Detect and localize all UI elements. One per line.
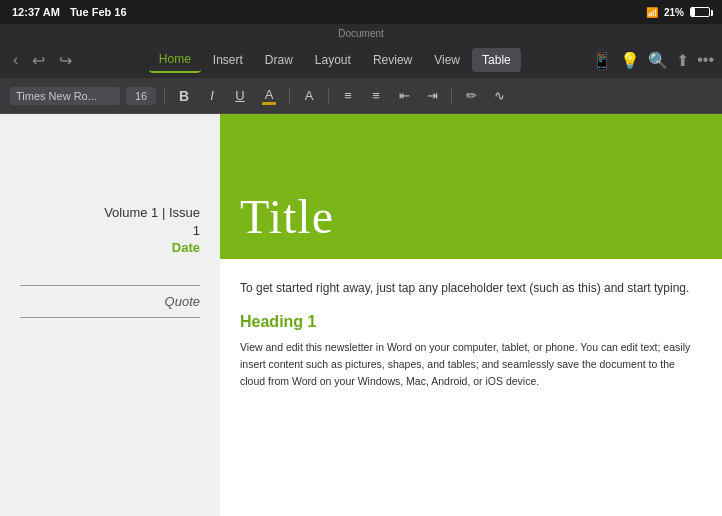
align-button[interactable]: ≡: [365, 85, 387, 106]
document-title: Document: [338, 28, 384, 39]
bold-button[interactable]: B: [173, 85, 195, 107]
highlight-color-button[interactable]: A: [298, 85, 320, 106]
indent-increase-button[interactable]: ⇥: [421, 85, 443, 106]
sidebar-content: Volume 1 | Issue 1 Date Quote: [20, 204, 200, 318]
search-icon[interactable]: 🔍: [648, 51, 668, 70]
nav-left: ‹ ↩ ↪: [8, 47, 77, 74]
sidebar-divider-1: [20, 285, 200, 286]
nav-right-icons: 📱 💡 🔍 ⬆ •••: [592, 51, 714, 70]
redo-button[interactable]: ↪: [54, 47, 77, 74]
underline-button[interactable]: U: [229, 85, 251, 106]
battery-icon: [690, 7, 710, 17]
time: 12:37 AM: [12, 6, 60, 18]
tab-layout[interactable]: Layout: [305, 48, 361, 72]
sidebar-quote-label: Quote: [20, 294, 200, 309]
font-color-swatch: [262, 102, 276, 105]
tab-view[interactable]: View: [424, 48, 470, 72]
toolbar-divider-3: [328, 87, 329, 105]
font-name-selector[interactable]: [10, 87, 120, 105]
status-bar: 12:37 AM Tue Feb 16 📶 21%: [0, 0, 722, 24]
tab-review[interactable]: Review: [363, 48, 422, 72]
sidebar-date: Date: [172, 240, 200, 255]
doc-body: To get started right away, just tap any …: [220, 259, 722, 400]
list-button[interactable]: ≡: [337, 85, 359, 106]
status-right: 📶 21%: [646, 7, 710, 18]
tab-table[interactable]: Table: [472, 48, 521, 72]
doc-quote-paragraph[interactable]: To get started right away, just tap any …: [240, 279, 702, 298]
back-button[interactable]: ‹: [8, 47, 23, 73]
sidebar-volume: Volume 1 | Issue 1: [104, 204, 200, 240]
font-color-label: A: [265, 87, 274, 102]
banner-title[interactable]: Title: [240, 189, 334, 244]
toolbar-divider-1: [164, 87, 165, 105]
font-size-input[interactable]: [126, 87, 156, 105]
share-icon[interactable]: ⬆: [676, 51, 689, 70]
mobile-icon[interactable]: 📱: [592, 51, 612, 70]
date: Tue Feb 16: [70, 6, 127, 18]
body-paragraph[interactable]: View and edit this newsletter in Word on…: [240, 339, 702, 389]
status-left: 12:37 AM Tue Feb 16: [12, 6, 127, 18]
toolbar: B I U A A ≡ ≡ ⇤ ⇥ ✏ ∿: [0, 78, 722, 114]
undo-button[interactable]: ↩: [27, 47, 50, 74]
font-color-button[interactable]: A: [257, 84, 281, 108]
tab-insert[interactable]: Insert: [203, 48, 253, 72]
more-icon[interactable]: •••: [697, 51, 714, 69]
indent-decrease-button[interactable]: ⇤: [393, 85, 415, 106]
nav-bar: ‹ ↩ ↪ Home Insert Draw Layout Review Vie…: [0, 42, 722, 78]
doc-main: Title To get started right away, just ta…: [220, 114, 722, 516]
doc-area: Volume 1 | Issue 1 Date Quote Title To g…: [0, 114, 722, 516]
italic-button[interactable]: I: [201, 85, 223, 106]
bulb-icon[interactable]: 💡: [620, 51, 640, 70]
wifi-icon: 📶: [646, 7, 658, 18]
green-banner: Title: [220, 114, 722, 259]
sidebar-divider-2: [20, 317, 200, 318]
toolbar-divider-4: [451, 87, 452, 105]
tab-home[interactable]: Home: [149, 47, 201, 73]
chart-button[interactable]: ∿: [488, 85, 510, 106]
toolbar-divider-2: [289, 87, 290, 105]
doc-sidebar: Volume 1 | Issue 1 Date Quote: [0, 114, 220, 516]
battery-percent: 21%: [664, 7, 684, 18]
highlight-label: A: [305, 88, 314, 103]
title-bar: Document: [0, 24, 722, 42]
heading1[interactable]: Heading 1: [240, 313, 702, 331]
tab-draw[interactable]: Draw: [255, 48, 303, 72]
nav-tabs: Home Insert Draw Layout Review View Tabl…: [85, 47, 584, 73]
format-button[interactable]: ✏: [460, 85, 482, 106]
